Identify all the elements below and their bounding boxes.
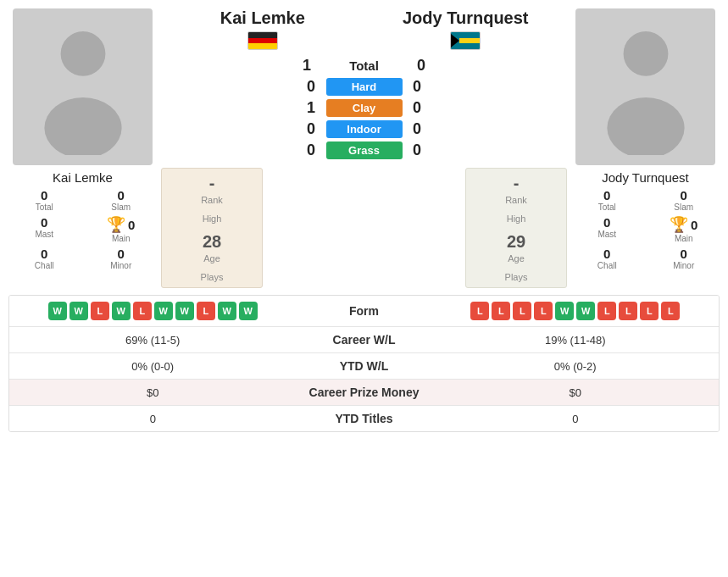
right-form-badges: LLLLWWLLLL — [441, 302, 711, 320]
stat-boxes-row: - Rank High 28 Age Plays - R — [161, 168, 567, 288]
bottom-section: WWLWLWWLWW Form LLLLWWLLLL 69% (11-5) Ca… — [8, 295, 720, 432]
career-wl-row: 69% (11-5) Career W/L 19% (11-48) — [9, 327, 719, 353]
left-player-panel: Kai Lemke 0 Total 0 Slam 0 Mast — [8, 8, 157, 270]
form-badge-w: W — [576, 302, 595, 320]
right-flag-container — [364, 31, 568, 50]
main-container: Kai Lemke 0 Total 0 Slam 0 Mast — [0, 0, 728, 441]
left-stat-slam: 0 Slam — [86, 188, 158, 212]
career-wl-label: Career W/L — [288, 333, 441, 347]
career-wl-right: 19% (11-48) — [441, 334, 711, 347]
form-badge-l: L — [470, 302, 489, 320]
svg-point-3 — [607, 97, 684, 155]
left-player-stats: 0 Total 0 Slam 0 Mast 🏆 0 — [8, 188, 157, 270]
titles-row: 0 YTD Titles 0 — [9, 406, 719, 431]
right-stat-box: - Rank High 29 Age Plays — [465, 168, 567, 288]
hard-badge: Hard — [326, 78, 403, 96]
right-trophy-icon: 🏆 — [670, 215, 688, 234]
form-label: Form — [288, 304, 441, 318]
form-badge-w: W — [239, 302, 258, 320]
center-column: Kai Lemke Jody Turnquest — [157, 8, 571, 288]
grass-badge: Grass — [326, 141, 403, 159]
left-player-name: Kai Lemke — [53, 170, 113, 185]
form-badge-l: L — [619, 302, 637, 320]
left-stat-minor: 0 Minor — [86, 247, 158, 270]
right-stat-total: 0 Total — [571, 188, 643, 212]
form-badge-w: W — [555, 302, 574, 320]
hard-row: 0 Hard 0 — [161, 78, 567, 96]
svg-point-0 — [60, 31, 105, 76]
right-flag — [450, 31, 481, 50]
center-scores: 1 Total 0 0 Hard 0 1 Clay 0 — [161, 57, 567, 163]
right-stat-chall: 0 Chall — [571, 247, 643, 270]
form-badge-l: L — [640, 302, 659, 320]
form-badge-l: L — [661, 302, 680, 320]
titles-right: 0 — [441, 413, 711, 425]
right-player-name: Jody Turnquest — [602, 170, 689, 185]
right-stat-slam: 0 Slam — [648, 188, 720, 212]
form-badge-w: W — [69, 302, 88, 320]
ytd-wl-label: YTD W/L — [288, 359, 441, 373]
right-stat-minor: 0 Minor — [648, 247, 720, 270]
right-player-panel: Jody Turnquest 0 Total 0 Slam 0 Mast 🏆 — [571, 8, 720, 270]
left-flag-container — [161, 31, 364, 50]
names-row: Kai Lemke Jody Turnquest — [161, 8, 567, 28]
svg-point-2 — [623, 31, 668, 76]
form-badge-l: L — [492, 302, 510, 320]
form-badge-l: L — [133, 302, 152, 320]
form-badge-l: L — [597, 302, 616, 320]
prize-label: Career Prize Money — [288, 386, 441, 399]
svg-point-1 — [44, 97, 121, 155]
form-badge-w: W — [112, 302, 131, 320]
right-stat-mast: 0 Mast — [571, 215, 643, 243]
left-trophy-icon: 🏆 — [107, 215, 125, 234]
form-badge-w: W — [48, 302, 67, 320]
left-form-badges: WWLWLWWLWW — [18, 302, 288, 320]
indoor-row: 0 Indoor 0 — [161, 120, 567, 138]
form-badge-w: W — [175, 302, 194, 320]
form-badge-w: W — [154, 302, 173, 320]
ytd-wl-left: 0% (0-0) — [18, 360, 288, 373]
titles-left: 0 — [18, 413, 288, 425]
clay-row: 1 Clay 0 — [161, 99, 567, 117]
left-stat-main: 🏆 0 Main — [86, 215, 158, 243]
ytd-wl-right: 0% (0-2) — [441, 360, 711, 373]
form-badge-l: L — [91, 302, 109, 320]
left-stat-mast-row: 0 Mast — [8, 215, 81, 243]
left-stat-box: - Rank High 28 Age Plays — [161, 168, 263, 288]
left-flag — [247, 31, 278, 50]
prize-right: $0 — [441, 386, 711, 399]
career-wl-left: 69% (11-5) — [18, 334, 288, 347]
flags-row — [161, 31, 567, 50]
form-row: WWLWLWWLWW Form LLLLWWLLLL — [9, 296, 719, 327]
form-badge-l: L — [197, 302, 215, 320]
titles-label: YTD Titles — [288, 412, 441, 425]
total-row: 1 Total 0 — [161, 57, 567, 75]
form-badge-l: L — [513, 302, 531, 320]
indoor-badge: Indoor — [326, 120, 403, 138]
right-player-stats: 0 Total 0 Slam 0 Mast 🏆 0 Main — [571, 188, 720, 270]
form-badge-l: L — [534, 302, 553, 320]
left-player-avatar — [13, 8, 153, 165]
right-name-center: Jody Turnquest — [364, 8, 568, 28]
grass-row: 0 Grass 0 — [161, 141, 567, 159]
left-stat-chall: 0 Chall — [8, 247, 81, 270]
ytd-wl-row: 0% (0-0) YTD W/L 0% (0-2) — [9, 353, 719, 380]
right-stat-main: 🏆 0 Main — [648, 215, 720, 243]
prize-left: $0 — [18, 386, 288, 399]
left-name-center: Kai Lemke — [161, 8, 364, 28]
left-stat-total: 0 Total — [8, 188, 81, 212]
prize-row: $0 Career Prize Money $0 — [9, 380, 719, 406]
clay-badge: Clay — [326, 99, 403, 117]
top-section: Kai Lemke 0 Total 0 Slam 0 Mast — [8, 8, 720, 288]
right-player-avatar — [575, 8, 715, 165]
form-badge-w: W — [218, 302, 236, 320]
